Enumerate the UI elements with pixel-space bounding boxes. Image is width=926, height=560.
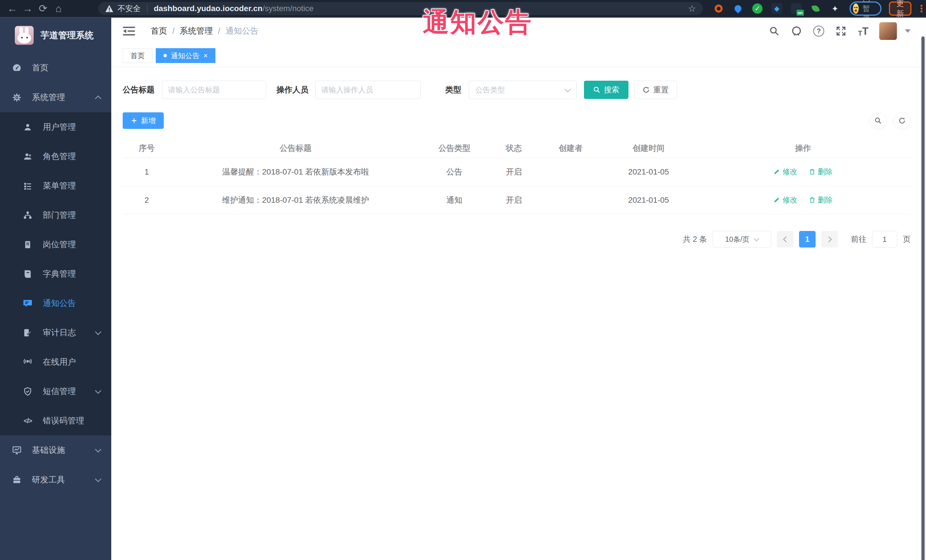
page-size-select[interactable]: 10条/页	[713, 231, 771, 248]
breadcrumb-system[interactable]: 系统管理	[180, 26, 213, 37]
sidebar: 芋道管理系统 首页 系统管理 用户管理	[0, 18, 111, 560]
total-count: 共 2 条	[683, 234, 707, 245]
delete-link[interactable]: 删除	[809, 195, 833, 205]
browser-home-icon[interactable]: ⌂	[51, 3, 66, 15]
goto-label: 前往	[851, 234, 866, 245]
sidebar-item-menu-management[interactable]: 菜单管理	[0, 171, 111, 201]
user-icon	[22, 122, 33, 133]
breadcrumb-current: 通知公告	[225, 26, 259, 37]
tab-notice-announcement[interactable]: 通知公告 ×	[156, 48, 215, 63]
next-page-button[interactable]	[821, 231, 838, 248]
refresh-button[interactable]	[893, 112, 911, 129]
tab-home[interactable]: 首页	[123, 48, 152, 63]
sidebar-item-label: 系统管理	[32, 92, 65, 103]
filter-form: 公告标题 操作人员 类型 公告类型 搜索 重置	[123, 81, 911, 99]
avatar-caret-icon[interactable]	[905, 29, 911, 33]
reset-button[interactable]: 重置	[634, 81, 677, 99]
scrollbar-thumb[interactable]	[921, 36, 924, 560]
sidebar-item-audit-log[interactable]: 审计日志	[0, 318, 111, 347]
user-avatar[interactable]	[879, 22, 897, 40]
gear-icon	[11, 92, 22, 103]
edit-link[interactable]: 修改	[773, 167, 797, 177]
toggle-search-button[interactable]	[870, 112, 887, 129]
extension-row: ✓ ◆ on ✦	[713, 3, 841, 15]
sidebar-item-online-users[interactable]: 在线用户	[0, 347, 111, 377]
sidebar-item-error-code-management[interactable]: </> 错误码管理	[0, 406, 111, 435]
emoji-avatar-icon	[853, 3, 859, 14]
extension-green-check-icon[interactable]: ✓	[751, 3, 763, 15]
sidebar-collapse-icon[interactable]	[123, 25, 135, 37]
table-row: 2 维护通知：2018-07-01 若依系统凌晨维护 通知 开启 2021-01…	[123, 186, 911, 214]
sidebar-item-sms-management[interactable]: 短信管理	[0, 377, 111, 406]
page-scrollbar[interactable]	[921, 35, 926, 560]
post-icon	[22, 239, 33, 250]
security-warning-label: 不安全	[118, 3, 141, 14]
edit-link[interactable]: 修改	[773, 195, 797, 205]
profile-paused-pill[interactable]: 已暂停	[850, 2, 882, 16]
active-tab-dot	[163, 54, 167, 57]
tab-close-icon[interactable]: ×	[203, 52, 208, 59]
delete-link[interactable]: 删除	[809, 167, 833, 177]
column-header: 创建时间	[602, 143, 696, 154]
app-logo-row[interactable]: 芋道管理系统	[0, 18, 111, 53]
notice-title-input[interactable]	[162, 81, 266, 99]
url-path: /system/notice	[262, 4, 313, 13]
sidebar-item-role-management[interactable]: 角色管理	[0, 142, 111, 171]
browser-reload-icon[interactable]: ⟳	[35, 3, 51, 15]
font-size-icon[interactable]: TT	[857, 25, 870, 37]
notice-type-select[interactable]: 公告类型	[469, 81, 576, 99]
sidebar-item-home[interactable]: 首页	[0, 53, 111, 83]
search-button[interactable]: 搜索	[584, 81, 628, 99]
goto-page-input[interactable]	[872, 231, 897, 248]
column-header: 序号	[123, 143, 171, 154]
prev-page-button[interactable]	[777, 231, 793, 248]
app-header: 首页 / 系统管理 / 通知公告 ? T	[111, 18, 926, 44]
browser-update-button[interactable]: 更新	[889, 2, 911, 16]
sidebar-item-user-management[interactable]: 用户管理	[0, 112, 111, 142]
fullscreen-icon[interactable]	[835, 25, 847, 37]
dashboard-icon	[11, 62, 22, 73]
notice-title-label: 公告标题	[123, 85, 154, 95]
extension-blue-gem-icon[interactable]: ◆	[771, 3, 783, 15]
role-icon	[22, 151, 33, 162]
browser-menu-icon[interactable]: ⋮	[917, 3, 926, 14]
search-icon[interactable]	[768, 25, 781, 37]
extensions-puzzle-icon[interactable]: ✦	[829, 3, 841, 15]
sidebar-item-notice-announcement[interactable]: 通知公告	[0, 288, 111, 318]
page-1-button[interactable]: 1	[799, 231, 816, 248]
extension-blue-pin-icon[interactable]	[732, 3, 744, 15]
omnibox-divider	[147, 5, 147, 12]
sidebar-item-dev-tools[interactable]: 研发工具	[0, 465, 111, 495]
extension-switch-icon[interactable]: on	[790, 3, 802, 15]
address-bar[interactable]: 不安全 dashboard.yudao.iocoder.cn /system/n…	[98, 2, 703, 15]
add-button[interactable]: 新增	[123, 112, 164, 129]
help-icon[interactable]: ?	[813, 25, 825, 37]
chevron-down-icon	[754, 236, 760, 242]
extension-orange-ring-icon[interactable]	[713, 3, 725, 15]
goto-suffix: 页	[903, 234, 911, 245]
github-icon[interactable]	[790, 25, 803, 37]
sidebar-item-label: 首页	[32, 62, 48, 74]
sidebar-item-post-management[interactable]: 岗位管理	[0, 230, 111, 259]
browser-chrome: ← → ⟳ ⌂ 不安全 dashboard.yudao.iocoder.cn /…	[0, 0, 926, 18]
bookmark-star-icon[interactable]: ☆	[688, 3, 696, 14]
sidebar-item-system-management[interactable]: 系统管理	[0, 83, 111, 112]
breadcrumb-home[interactable]: 首页	[151, 26, 167, 37]
browser-forward-icon[interactable]: →	[20, 3, 35, 15]
error-code-icon: </>	[22, 415, 33, 426]
page-content: 公告标题 操作人员 类型 公告类型 搜索 重置	[111, 81, 926, 248]
chevron-down-icon	[95, 446, 101, 453]
extension-leaf-icon[interactable]	[809, 3, 822, 15]
url-domain: dashboard.yudao.iocoder.cn	[154, 4, 262, 13]
browser-back-icon[interactable]: ←	[5, 3, 20, 15]
sidebar-item-dictionary-management[interactable]: 字典管理	[0, 259, 111, 288]
column-header: 创建者	[539, 143, 602, 154]
department-icon	[22, 210, 33, 221]
sidebar-item-infrastructure[interactable]: 基础设施	[0, 435, 111, 465]
operator-input[interactable]	[315, 81, 421, 99]
sidebar-submenu: 用户管理 角色管理 菜单管理 部门管理	[0, 112, 111, 435]
table-toolbar: 新增	[123, 112, 911, 129]
sidebar-item-department-management[interactable]: 部门管理	[0, 201, 111, 230]
tab-bar: 首页 通知公告 ×	[111, 44, 926, 67]
audit-log-icon	[22, 328, 33, 338]
